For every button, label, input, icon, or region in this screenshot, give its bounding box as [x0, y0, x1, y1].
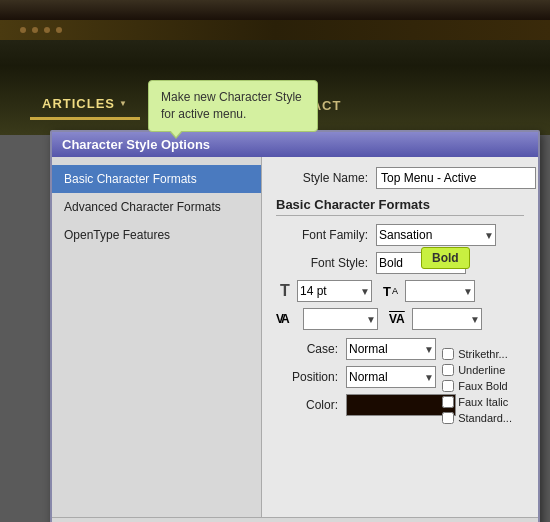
left-panel-item-advanced[interactable]: Advanced Character Formats [52, 193, 261, 221]
underline-label: Underline [458, 364, 505, 376]
left-panel-item-opentype[interactable]: OpenType Features [52, 221, 261, 249]
size-T-icon: T [276, 282, 294, 300]
style-name-input[interactable] [376, 167, 536, 189]
basic-label: Basic Character Formats [64, 172, 197, 186]
va-row: VA ▼ VA ▼ [276, 308, 524, 330]
checkbox-faux-bold-row: Faux Bold [442, 380, 512, 392]
color-swatch[interactable] [346, 394, 456, 416]
underline-checkbox[interactable] [442, 364, 454, 376]
strikethrough-label: Strikethr... [458, 348, 508, 360]
va-icon: VA [276, 312, 298, 326]
size-T2-icon: T A [383, 284, 398, 299]
font-style-row: Font Style: Bold ▼ Bold [276, 252, 524, 274]
strikethrough-checkbox[interactable] [442, 348, 454, 360]
character-style-dialog: Character Style Options Basic Character … [50, 130, 540, 522]
font-family-select[interactable]: Sansation [376, 224, 496, 246]
case-select[interactable]: Normal [346, 338, 436, 360]
checkbox-underline-row: Underline [442, 364, 512, 376]
left-panel: Basic Character Formats Advanced Charact… [52, 157, 262, 517]
case-dropdown-wrapper: Normal ▼ [346, 338, 436, 360]
va2-icon: VA [389, 312, 405, 326]
position-label: Position: [286, 370, 346, 384]
nav-decoration [0, 20, 550, 40]
nav-inner: ARTICLES ▼ Make new Character Style for … [0, 85, 383, 125]
page-top [0, 0, 550, 20]
right-panel: Style Name: Basic Character Formats Font… [262, 157, 538, 517]
nav-bar: ARTICLES ▼ Make new Character Style for … [0, 20, 550, 135]
position-select[interactable]: Normal [346, 366, 436, 388]
checkbox-standard-row: Standard... [442, 412, 512, 424]
va2-text: VA [389, 312, 405, 326]
dialog-body: Basic Character Formats Advanced Charact… [52, 157, 538, 517]
t-icon: T [383, 284, 391, 299]
font-family-label: Font Family: [276, 228, 376, 242]
font-style-label: Font Style: [276, 256, 376, 270]
va-select[interactable] [303, 308, 378, 330]
opentype-label: OpenType Features [64, 228, 170, 242]
faux-italic-checkbox[interactable] [442, 396, 454, 408]
articles-arrow: ▼ [119, 99, 128, 108]
font-family-row: Font Family: Sansation ▼ [276, 224, 524, 246]
nav-item-articles[interactable]: ARTICLES ▼ [30, 90, 140, 120]
va-dropdown-wrapper: ▼ [303, 308, 378, 330]
position-dropdown-wrapper: Normal ▼ [346, 366, 436, 388]
size-select[interactable]: 14 pt [297, 280, 372, 302]
style-name-label: Style Name: [276, 171, 376, 185]
standard-checkbox[interactable] [442, 412, 454, 424]
size2-dropdown-wrapper: ▼ [405, 280, 475, 302]
tooltip-text: Make new Character Style for active menu… [161, 90, 302, 121]
checkbox-strikethrough-row: Strikethr... [442, 348, 512, 360]
bold-tooltip: Bold [421, 247, 470, 269]
advanced-label: Advanced Character Formats [64, 200, 221, 214]
checkboxes-panel: Strikethr... Underline Faux Bold Fa [442, 348, 512, 424]
lower-section: Strikethr... Underline Faux Bold Fa [276, 338, 524, 416]
size2-select[interactable] [405, 280, 475, 302]
font-family-dropdown-wrapper: Sansation ▼ [376, 224, 496, 246]
color-label: Color: [286, 398, 346, 412]
dialog-title: Character Style Options [62, 137, 210, 152]
right-content: Style Name: Basic Character Formats Font… [276, 167, 524, 416]
va2-dropdown-wrapper: ▼ [412, 308, 482, 330]
va2-select[interactable] [412, 308, 482, 330]
left-panel-item-basic[interactable]: Basic Character Formats [52, 165, 261, 193]
dot4 [56, 27, 62, 33]
nav-tooltip: Make new Character Style for active menu… [148, 80, 318, 132]
case-label: Case: [286, 342, 346, 356]
section-title: Basic Character Formats [276, 197, 524, 216]
style-name-row: Style Name: [276, 167, 524, 189]
dot1 [20, 27, 26, 33]
a-icon: A [392, 286, 398, 296]
dot3 [44, 27, 50, 33]
dialog-title-bar: Character Style Options [52, 132, 538, 157]
dot2 [32, 27, 38, 33]
checkbox-faux-italic-row: Faux Italic [442, 396, 512, 408]
faux-italic-label: Faux Italic [458, 396, 508, 408]
size-dropdown-wrapper: 14 pt ▼ [297, 280, 372, 302]
preview-row: Preview [52, 517, 538, 522]
size-row: T 14 pt ▼ T A ▼ [276, 280, 524, 302]
faux-bold-label: Faux Bold [458, 380, 508, 392]
faux-bold-checkbox[interactable] [442, 380, 454, 392]
standard-label: Standard... [458, 412, 512, 424]
nav-label-articles: ARTICLES [42, 96, 115, 111]
